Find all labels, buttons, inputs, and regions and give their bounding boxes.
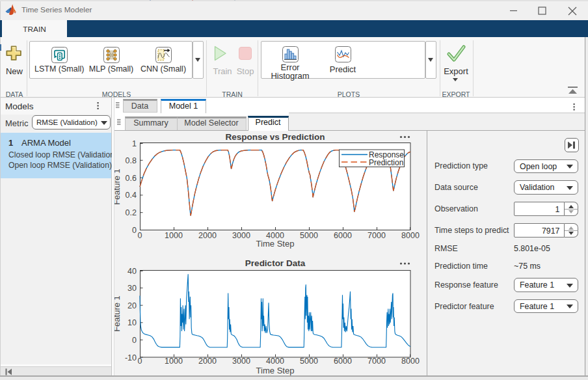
svg-text:Time Step: Time Step xyxy=(256,365,295,375)
svg-text:0: 0 xyxy=(138,230,142,239)
svg-text:1000: 1000 xyxy=(165,230,183,239)
svg-text:0: 0 xyxy=(132,226,137,235)
svg-text:2000: 2000 xyxy=(198,356,217,365)
svg-text:7000: 7000 xyxy=(368,230,386,239)
svg-text:5000: 5000 xyxy=(300,230,318,239)
svg-text:40: 40 xyxy=(127,266,137,275)
svg-text:-10: -10 xyxy=(125,353,137,362)
svg-text:7000: 7000 xyxy=(368,356,386,365)
svg-text:Prediction: Prediction xyxy=(369,157,403,167)
svg-text:30: 30 xyxy=(127,284,137,293)
svg-text:8000: 8000 xyxy=(401,230,420,239)
svg-text:Time Step: Time Step xyxy=(256,239,295,249)
svg-text:Predictor Data: Predictor Data xyxy=(245,258,306,267)
svg-text:3000: 3000 xyxy=(232,230,250,239)
svg-text:1000: 1000 xyxy=(165,356,183,365)
svg-text:10: 10 xyxy=(127,318,137,327)
svg-text:0.6: 0.6 xyxy=(126,173,137,182)
svg-text:8000: 8000 xyxy=(401,356,420,365)
svg-text:5000: 5000 xyxy=(300,356,318,365)
svg-text:3000: 3000 xyxy=(232,356,250,365)
svg-text:20: 20 xyxy=(127,301,137,310)
svg-text:Response vs Prediction: Response vs Prediction xyxy=(225,132,325,142)
svg-text:6000: 6000 xyxy=(334,230,352,239)
svg-text:6000: 6000 xyxy=(334,356,352,365)
svg-text:1: 1 xyxy=(132,139,137,148)
svg-text:0: 0 xyxy=(138,356,142,365)
svg-text:0.4: 0.4 xyxy=(126,191,137,200)
svg-text:2000: 2000 xyxy=(198,230,217,239)
svg-text:4000: 4000 xyxy=(266,356,284,365)
svg-text:Feature 1: Feature 1 xyxy=(114,169,122,205)
svg-text:0.8: 0.8 xyxy=(126,156,137,165)
svg-text:0.2: 0.2 xyxy=(126,208,137,217)
svg-text:0: 0 xyxy=(132,335,137,344)
svg-text:Feature 1: Feature 1 xyxy=(114,295,122,332)
